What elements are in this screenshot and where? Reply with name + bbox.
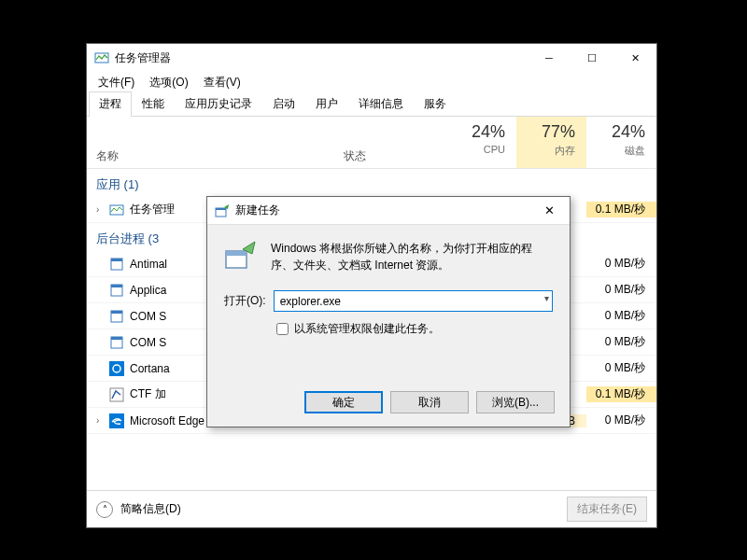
mem-pct: 77% [516,122,575,142]
svg-rect-10 [109,361,124,376]
tab-details[interactable]: 详细信息 [348,91,414,117]
disk-value: 0 MB/秒 [586,256,656,272]
svg-rect-15 [216,208,226,210]
app-icon [109,257,124,272]
app-icon [109,283,124,298]
disk-value: 0 MB/秒 [586,413,656,428]
tab-users[interactable]: 用户 [305,91,348,117]
col-name[interactable]: 名称 [87,117,344,168]
disk-value: 0.1 MB/秒 [586,386,656,402]
open-combobox[interactable]: ▾ [274,290,553,312]
dialog-title: 新建任务 [235,203,280,218]
tab-startup[interactable]: 启动 [262,91,305,117]
svg-rect-9 [111,337,122,340]
col-mem[interactable]: 77% 内存 [516,117,586,168]
minimize-button[interactable]: ─ [528,44,571,72]
dialog-buttons: 确定 取消 浏览(B)... [304,391,555,413]
disk-value: 0 MB/秒 [586,334,656,350]
browse-button[interactable]: 浏览(B)... [476,391,555,413]
end-task-button[interactable]: 结束任务(E) [567,497,647,522]
titlebar: 任务管理器 ─ ☐ ✕ [87,44,656,72]
disk-value: 0.1 MB/秒 [586,202,656,217]
app-icon [109,335,124,350]
svg-rect-17 [226,251,247,256]
taskmgr-icon [94,50,109,65]
column-headers: 名称 状态 24% CPU 77% 内存 24% 磁盘 [87,117,656,169]
col-status[interactable]: 状态 [344,117,446,168]
window-controls: ─ ☐ ✕ [528,44,656,72]
svg-rect-12 [110,388,123,401]
open-label: 打开(O): [224,293,266,309]
menu-view[interactable]: 查看(V) [198,73,247,92]
edge-icon [109,413,124,428]
admin-checkbox[interactable] [276,323,289,335]
svg-rect-3 [111,259,122,261]
ok-button[interactable]: 确定 [304,391,383,413]
dialog-titlebar: 新建任务 ✕ [207,197,570,225]
admin-label: 以系统管理权限创建此任务。 [294,321,440,337]
dialog-message: Windows 将根据你所键入的名称，为你打开相应的程序、文件夹、文档或 Int… [271,240,553,273]
menu-options[interactable]: 选项(O) [144,73,193,92]
dialog-body: Windows 将根据你所键入的名称，为你打开相应的程序、文件夹、文档或 Int… [207,225,570,346]
ctf-icon [109,387,124,402]
disk-pct: 24% [586,122,645,142]
menubar: 文件(F) 选项(O) 查看(V) [87,72,656,92]
tab-services[interactable]: 服务 [414,91,457,117]
run-icon [215,203,230,218]
taskmgr-icon [109,203,124,217]
section-apps: 应用 (1) [87,169,656,197]
close-button[interactable]: ✕ [613,44,656,72]
tab-processes[interactable]: 进程 [89,91,132,117]
new-task-dialog: 新建任务 ✕ Windows 将根据你所键入的名称，为你打开相应的程序、文件夹、… [206,196,571,427]
cancel-button[interactable]: 取消 [390,391,469,413]
svg-rect-5 [111,285,122,287]
open-input[interactable] [274,290,553,312]
cpu-pct: 24% [446,122,505,142]
window-title: 任务管理器 [115,50,171,66]
col-disk[interactable]: 24% 磁盘 [586,117,656,168]
disk-label: 磁盘 [586,144,645,158]
disk-value: 0 MB/秒 [586,282,656,298]
cpu-label: CPU [446,144,505,155]
disk-value: 0 MB/秒 [586,308,656,324]
cortana-icon [109,361,124,376]
tab-bar: 进程 性能 应用历史记录 启动 用户 详细信息 服务 [87,92,656,117]
chevron-down-icon[interactable]: ▾ [544,293,549,303]
footer: ˄ 简略信息(D) 结束任务(E) [87,490,656,527]
disk-value: 0 MB/秒 [586,360,656,376]
col-cpu[interactable]: 24% CPU [446,117,516,168]
chevron-right-icon[interactable]: › [96,204,109,215]
chevron-right-icon[interactable]: › [96,415,109,426]
app-icon [109,309,124,324]
dialog-close-button[interactable]: ✕ [529,197,570,225]
tab-app-history[interactable]: 应用历史记录 [175,91,262,117]
chevron-up-icon[interactable]: ˄ [96,501,113,518]
svg-rect-7 [111,311,122,314]
tab-performance[interactable]: 性能 [132,91,175,117]
run-large-icon [224,240,258,273]
menu-file[interactable]: 文件(F) [92,73,140,92]
mem-label: 内存 [516,144,575,158]
maximize-button[interactable]: ☐ [571,44,613,72]
fewer-details[interactable]: 简略信息(D) [120,501,181,517]
